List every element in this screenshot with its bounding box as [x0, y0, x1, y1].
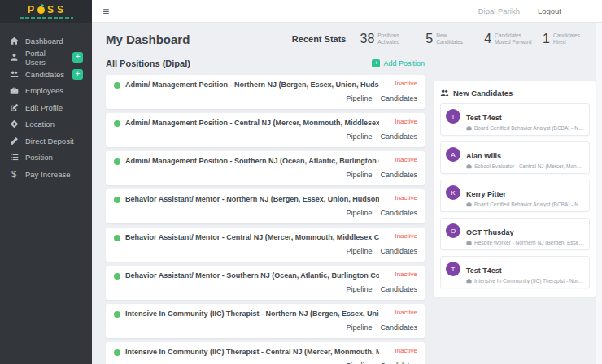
- avatar: K: [446, 185, 460, 200]
- brand-letter: P: [28, 4, 35, 15]
- pipeline-link[interactable]: Pipeline: [346, 209, 372, 217]
- sidebar-item-location[interactable]: Location: [0, 116, 92, 133]
- new-candidates-header: New Candidates: [440, 89, 590, 98]
- hamburger-menu-icon[interactable]: ≡: [103, 6, 109, 17]
- candidate-name: Alan Wills: [466, 152, 501, 160]
- sidebar-nav: Dashboard Portal Users + Candidates + Em…: [0, 32, 92, 183]
- candidate-position-text: Board Certified Behavior Analyst (BCBA) …: [474, 125, 584, 131]
- stat-candidates-hired: 1 Candidates Hired: [543, 32, 591, 46]
- position-title: Behavior Assistant/ Mentor - Central NJ …: [125, 233, 379, 241]
- logout-button[interactable]: Logout: [538, 6, 561, 15]
- candidate-name: Test T4est: [466, 114, 502, 122]
- briefcase-icon: [466, 163, 472, 169]
- candidates-link[interactable]: Candidates: [380, 247, 417, 255]
- active-dot-icon: [114, 82, 120, 89]
- sidebar-item-direct-deposit[interactable]: Direct Deposit: [0, 132, 92, 150]
- user-icon: [9, 53, 19, 62]
- sidebar-item-position[interactable]: Position: [0, 150, 92, 167]
- position-card: Admin/ Management Position - Northern NJ…: [106, 75, 425, 109]
- candidates-link[interactable]: Candidates: [380, 323, 417, 332]
- top-header: ≡ Dipal Parikh Logout: [92, 0, 602, 23]
- sidebar-item-portal-users[interactable]: Portal Users +: [0, 50, 92, 67]
- position-title: Admin/ Management Position - Southern NJ…: [125, 157, 379, 165]
- pipeline-link[interactable]: Pipeline: [346, 94, 372, 102]
- brand-apple-icon: [37, 6, 45, 14]
- home-icon: [9, 37, 19, 46]
- status-badge: Inactive: [395, 194, 417, 202]
- candidate-item[interactable]: O OCT Thusday Respite Worker - Northern …: [440, 218, 590, 250]
- candidate-item[interactable]: A Alan Wills School Evaluator - Central …: [440, 141, 590, 174]
- brand-logo[interactable]: P S S: [0, 0, 92, 23]
- dashboard-header-row: My Dashboard Recent Stats 38 Positions A…: [92, 23, 602, 46]
- active-dot-icon: [114, 235, 120, 241]
- sidebar-item-label: Dashboard: [25, 37, 63, 46]
- candidate-position: Board Certified Behavior Analyst (BCBA) …: [466, 125, 584, 131]
- sidebar-item-candidates[interactable]: Candidates +: [0, 66, 92, 83]
- add-position-button[interactable]: + Add Position: [372, 59, 425, 67]
- status-badge: Inactive: [395, 80, 417, 87]
- add-portal-user-button[interactable]: +: [72, 52, 83, 63]
- sidebar-item-label: Portal Users: [25, 49, 66, 67]
- stat-new-candidates: 5 New Candidates: [425, 32, 473, 46]
- candidates-link[interactable]: Candidates: [380, 285, 417, 293]
- candidate-item[interactable]: K Kerry Pitter Board Certified Behavior …: [440, 180, 590, 212]
- position-card: Intensive In Community (IIC) Therapist -…: [106, 304, 425, 338]
- stat-value: 5: [425, 32, 433, 46]
- active-dot-icon: [114, 197, 120, 203]
- position-card: Admin/ Management Position - Southern NJ…: [106, 151, 425, 185]
- sidebar-item-employees[interactable]: Employees: [0, 83, 92, 100]
- sidebar-item-dashboard[interactable]: Dashboard: [0, 32, 92, 50]
- pipeline-link[interactable]: Pipeline: [346, 285, 372, 293]
- status-badge: Inactive: [395, 156, 417, 163]
- avatar: T: [446, 262, 460, 276]
- status-badge: Inactive: [395, 271, 417, 278]
- position-title: Behavior Assistant/ Mentor - Southern NJ…: [125, 271, 379, 280]
- candidate-position-text: Board Certified Behavior Analyst (BCBA) …: [474, 202, 584, 207]
- scrollbar-track[interactable]: [596, 23, 602, 364]
- stat-label: New Candidates: [436, 32, 473, 46]
- candidate-position: Intensive In Community (IIC) Therapist -…: [466, 278, 584, 284]
- positions-list: Admin/ Management Position - Northern NJ…: [106, 75, 425, 364]
- edit-icon: [9, 103, 19, 112]
- position-title: Admin/ Management Position - Northern NJ…: [125, 80, 379, 89]
- pipeline-link[interactable]: Pipeline: [346, 247, 372, 255]
- candidates-link[interactable]: Candidates: [380, 94, 417, 102]
- briefcase-icon: [9, 86, 19, 95]
- position-title: Intensive In Community (IIC) Therapist -…: [125, 310, 379, 318]
- position-title: Admin/ Management Position - Central NJ …: [125, 119, 379, 127]
- pipeline-link[interactable]: Pipeline: [346, 132, 372, 141]
- active-dot-icon: [114, 158, 120, 165]
- recent-stats: Recent Stats 38 Positions Activated 5 Ne…: [292, 32, 591, 46]
- stat-value: 4: [484, 32, 491, 46]
- pipeline-link[interactable]: Pipeline: [346, 171, 372, 179]
- candidates-link[interactable]: Candidates: [380, 132, 417, 141]
- main-content: My Dashboard Recent Stats 38 Positions A…: [92, 23, 602, 364]
- new-candidates-panel: New Candidates T Test T4est Board Certif…: [434, 81, 596, 297]
- candidate-name: Test T4est: [466, 266, 502, 275]
- candidates-link[interactable]: Candidates: [380, 171, 417, 179]
- position-title: Behavior Assistant/ Mentor - Northern NJ…: [125, 195, 379, 203]
- position-card: Behavior Assistant/ Mentor - Central NJ …: [106, 228, 425, 262]
- candidate-item[interactable]: T Test T4est Board Certified Behavior An…: [440, 103, 590, 136]
- stat-label: Positions Activated: [377, 32, 415, 46]
- sidebar-item-label: Location: [25, 119, 55, 128]
- position-card: Admin/ Management Position - Central NJ …: [106, 113, 425, 147]
- add-candidate-button[interactable]: +: [72, 69, 83, 80]
- list-icon: [9, 153, 19, 162]
- sidebar-item-edit-profile[interactable]: Edit Profile: [0, 99, 92, 116]
- brand-tagline-strip: [20, 17, 73, 19]
- candidate-item[interactable]: T Test T4est Intensive In Community (IIC…: [440, 256, 590, 288]
- stat-candidates-moved-forward: 4 Candidates Moved Forward: [484, 32, 532, 46]
- pipeline-link[interactable]: Pipeline: [346, 323, 372, 332]
- position-card: Behavior Assistant/ Mentor - Northern NJ…: [106, 189, 425, 223]
- sidebar-item-label: Pay Increase: [25, 170, 70, 179]
- pencil-icon: [9, 136, 19, 145]
- active-dot-icon: [114, 120, 120, 127]
- plus-icon: +: [372, 59, 380, 67]
- avatar: O: [446, 223, 460, 238]
- sidebar-item-pay-increase[interactable]: $ Pay Increase: [0, 166, 92, 183]
- briefcase-icon: [466, 278, 472, 284]
- add-position-label: Add Position: [383, 59, 425, 67]
- candidates-link[interactable]: Candidates: [380, 209, 417, 217]
- briefcase-icon: [466, 125, 472, 131]
